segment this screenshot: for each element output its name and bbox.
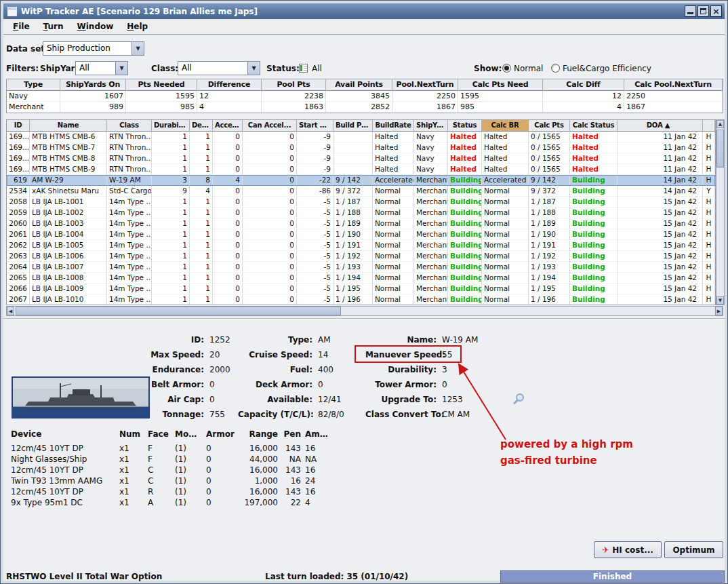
table-cell: 1 / 196 (333, 294, 373, 305)
column-header[interactable]: Calc Pts Need (458, 79, 543, 91)
table-row[interactable]: 169...MTB HTMS CMB-9RTN Thron...1100-9Ha… (7, 164, 715, 175)
table-cell: H (703, 197, 715, 208)
column-header[interactable]: Class (107, 120, 152, 132)
table-cell: x1 (117, 476, 146, 487)
panel-divider (3, 318, 725, 319)
table-cell: H (703, 262, 715, 273)
horizontal-scroll-thumb[interactable] (16, 307, 341, 315)
dataset-combobox[interactable]: Ship Production ▼ (43, 41, 144, 56)
column-header[interactable]: Build Point... (333, 120, 373, 132)
class-combobox[interactable]: All ▼ (178, 61, 260, 75)
optimum-button[interactable]: Optimum (664, 541, 723, 558)
table-cell: 2060 (7, 218, 30, 229)
table-cell: Navy (414, 164, 448, 175)
column-header[interactable]: Start Buildi... (297, 120, 333, 132)
table-cell: 0 (243, 262, 297, 273)
chevron-down-icon[interactable]: ▼ (132, 42, 144, 55)
table-row[interactable]: 2058LB IJA LB-100114m Type ...1100-51 / … (7, 197, 715, 208)
radio-normal[interactable] (502, 64, 511, 73)
chevron-down-icon[interactable]: ▼ (247, 62, 260, 75)
table-cell: Building (448, 175, 482, 186)
table-cell: 0 / 1565 (529, 153, 570, 164)
column-header[interactable]: ShipYard (414, 120, 448, 132)
table-row[interactable]: 2063LB IJA LB-100614m Type ...1100-51 / … (7, 251, 715, 262)
table-cell: Halted (448, 142, 482, 153)
table-cell: 1 / 192 (529, 251, 570, 262)
column-header[interactable]: Durability (152, 120, 190, 132)
title-bar[interactable]: WitP Tracker AE [Scenario 129 Brian Alli… (3, 3, 725, 19)
column-header[interactable]: Name (30, 120, 107, 132)
scroll-right-icon[interactable]: ▶ (715, 307, 723, 315)
table-row[interactable]: 2065LB IJA LB-100814m Type ...1100-51 / … (7, 273, 715, 284)
table-cell: Building (570, 175, 618, 186)
table-row[interactable]: 2067LB IJA LB-101014m Type ...1100-51 / … (7, 294, 715, 305)
status-filter-icon[interactable] (299, 64, 308, 73)
table-cell: MTB HTMS CMB-8 (30, 153, 107, 164)
chevron-down-icon[interactable]: ▼ (115, 62, 127, 75)
table-cell: 169... (7, 164, 30, 175)
table-cell: 15 Jan 42 (618, 273, 703, 284)
table-row[interactable]: 169...MTB HTMS CMB-6RTN Thron...1100-9Ha… (7, 132, 715, 142)
column-header[interactable]: Calc Status (570, 120, 618, 132)
column-header[interactable] (703, 120, 715, 132)
menu-file[interactable]: File (6, 20, 37, 33)
table-cell: 1 (152, 132, 190, 142)
table-row[interactable]: 2060LB IJA LB-100314m Type ...1100-51 / … (7, 218, 715, 229)
table-cell: 1 (190, 153, 213, 164)
column-header[interactable]: Can Accel... (243, 120, 297, 132)
table-row[interactable]: 2059LB IJA LB-100214m Type ...1100-51 / … (7, 208, 715, 218)
table-cell: 0 (243, 240, 297, 251)
table-row[interactable]: 169...MTB HTMS CMB-7RTN Thron...1100-9Ha… (7, 142, 715, 153)
table-row[interactable]: 2066LB IJA LB-100914m Type ...1100-51 / … (7, 284, 715, 294)
maximize-button[interactable] (697, 5, 709, 17)
minimize-button[interactable] (685, 5, 696, 17)
column-header[interactable]: Type (7, 79, 60, 91)
column-header[interactable]: Pts Needed (126, 79, 197, 91)
table-cell: Building (448, 218, 482, 229)
horizontal-scrollbar[interactable]: ◀ ▶ (6, 306, 723, 316)
column-header: Armor (204, 429, 238, 440)
table-row[interactable]: 2061LB IJA LB-100414m Type ...1100-51 / … (7, 229, 715, 240)
column-header[interactable]: ID (7, 120, 30, 132)
table-cell: Building (448, 251, 482, 262)
shipyard-combobox[interactable]: All ▼ (75, 61, 128, 75)
column-header[interactable]: BuildRate (373, 120, 414, 132)
column-header[interactable]: Calc Pts (529, 120, 570, 132)
vertical-scrollbar[interactable]: ▲ ▼ (716, 119, 725, 305)
vertical-scroll-thumb[interactable] (716, 130, 724, 168)
field-value: 755 (204, 410, 238, 419)
scroll-down-icon[interactable]: ▼ (716, 296, 724, 305)
scroll-left-icon[interactable]: ◀ (7, 307, 14, 315)
column-header[interactable]: Difference (197, 79, 262, 91)
menu-turn[interactable]: Turn (37, 20, 70, 33)
column-header[interactable]: Pool.NextTurn (392, 79, 458, 91)
column-header[interactable]: Accel... (213, 120, 243, 132)
scroll-up-icon[interactable]: ▲ (716, 120, 724, 128)
table-row[interactable]: 619AM W-29W-19 AM3840-229 / 142Accelerat… (7, 175, 715, 186)
radio-fuel-cargo[interactable] (551, 64, 560, 73)
hi-cost-button[interactable]: ✈ HI cost... (594, 541, 662, 558)
table-cell: H (703, 218, 715, 229)
column-header[interactable]: Status (448, 120, 482, 132)
menu-help[interactable]: Help (120, 20, 155, 33)
table-row[interactable]: 2534xAK Shinetsu MaruStd-C Cargo9400-869… (7, 186, 715, 197)
column-header[interactable]: Calc Pool.NextTurn (624, 79, 723, 91)
magnifier-icon[interactable] (516, 393, 524, 402)
table-cell: 14m Type ... (107, 294, 152, 305)
column-header[interactable]: Delay (190, 120, 213, 132)
table-cell: 15 Jan 42 (618, 240, 703, 251)
table-cell (333, 132, 373, 142)
column-header[interactable]: Calc BR (482, 120, 529, 132)
column-header[interactable]: DOA ▲ (618, 120, 703, 132)
table-cell: Twin T93 13mm AAMG (9, 476, 117, 487)
column-header[interactable]: Pool Pts (262, 79, 326, 91)
menu-window[interactable]: Window (70, 20, 120, 33)
close-button[interactable]: × (710, 5, 722, 17)
table-cell: 1 (152, 164, 190, 175)
column-header[interactable]: ShipYards On (60, 79, 126, 91)
table-row[interactable]: 2062LB IJA LB-100514m Type ...1100-51 / … (7, 240, 715, 251)
column-header[interactable]: Avail Points (326, 79, 392, 91)
table-row[interactable]: 169...MTB HTMS CMB-8RTN Thron...1100-9Ha… (7, 153, 715, 164)
column-header[interactable]: Calc Diff (543, 79, 624, 91)
table-row[interactable]: 2064LB IJA LB-100714m Type ...1100-51 / … (7, 262, 715, 273)
